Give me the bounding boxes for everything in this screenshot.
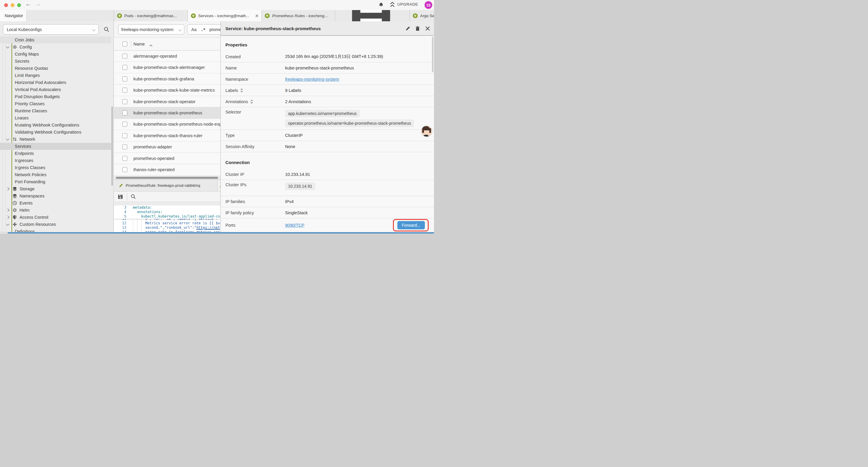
sidebar-item-helm[interactable]: Helm [0, 207, 111, 214]
upgrade-button[interactable]: UPGRADE [390, 2, 418, 7]
sort-icon[interactable] [250, 99, 253, 104]
delete-trash-icon[interactable] [415, 26, 420, 31]
sidebar-scrollbar[interactable] [112, 107, 113, 185]
row-checkbox[interactable] [122, 122, 127, 127]
sidebar-item-mutating-webhook-configurations[interactable]: Mutating Webhook Configurations [0, 121, 111, 128]
editor-tab-prometheusrule[interactable]: PrometheusRule: freeleaps-prod-rabbitmq [114, 180, 217, 191]
chevron-down-icon[interactable] [6, 137, 9, 140]
chevron-right-icon[interactable] [6, 187, 9, 191]
row-checkbox[interactable] [122, 167, 127, 172]
scrollbar-thumb[interactable] [116, 177, 218, 179]
sidebar-item-events[interactable]: Events [0, 200, 111, 207]
table-row-prometheus-adapter[interactable]: prometheus-adapter [114, 142, 225, 153]
table-horizontal-scrollbar[interactable] [114, 176, 225, 179]
forward-icon[interactable]: → [35, 1, 41, 7]
user-avatar[interactable] [421, 125, 433, 137]
namespace-select[interactable]: freeleaps-monitoring-system [118, 24, 184, 35]
row-checkbox[interactable] [122, 145, 127, 150]
bell-icon[interactable] [378, 2, 384, 8]
tab-prometheus-rules-icecheng[interactable]: ☸Prometheus Rules - icecheng... [262, 10, 335, 21]
save-icon[interactable] [118, 194, 123, 200]
regex-toggle[interactable]: .* [200, 27, 205, 32]
search-icon[interactable] [104, 27, 109, 32]
sidebar-item-config[interactable]: Config [0, 43, 111, 51]
table-row-kube-prometheus-stack-alertmanager[interactable]: kube-prometheus-stack-alertmanager [114, 62, 225, 73]
row-checkbox[interactable] [122, 65, 127, 70]
sidebar-item-validating-webhook-configurations[interactable]: Validating Webhook Configurations [0, 128, 111, 136]
close-icon[interactable] [255, 14, 258, 18]
tab-navigator[interactable]: Navigator [0, 10, 27, 21]
row-checkbox[interactable] [122, 156, 127, 161]
row-checkbox[interactable] [122, 54, 127, 59]
sidebar-item-horizontal-pod-autoscalers[interactable]: Horizontal Pod Autoscalers [0, 79, 111, 86]
forward-button[interactable]: Forward... [397, 221, 425, 229]
close-icon[interactable] [425, 26, 430, 31]
row-checkbox[interactable] [122, 133, 127, 138]
back-icon[interactable]: ← [25, 1, 31, 7]
row-checkbox[interactable] [122, 99, 127, 104]
table-row-kube-prometheus-stack-kube-state-metrics[interactable]: kube-prometheus-stack-kube-state-metrics [114, 85, 225, 96]
sidebar-item-config-maps[interactable]: Config Maps [0, 51, 111, 58]
sort-ascending-icon[interactable] [149, 44, 153, 47]
sidebar-item-storage[interactable]: Storage [0, 185, 111, 193]
filter-input[interactable]: prome [210, 27, 222, 32]
save-icon[interactable] [118, 194, 123, 200]
sidebar-item-ingresses[interactable]: Ingresses [0, 157, 111, 164]
edit-pencil-icon[interactable] [405, 26, 410, 31]
table-row-kube-prometheus-stack-prometheus-node-expor[interactable]: kube-prometheus-stack-prometheus-node-ex… [114, 119, 225, 130]
sidebar-item-access-control[interactable]: Access Control [0, 214, 111, 221]
chevron-down-icon[interactable] [6, 45, 9, 48]
sidebar-item-endpoints[interactable]: Endpoints [0, 150, 111, 157]
sidebar-item-limit-ranges[interactable]: Limit Ranges [0, 72, 111, 79]
sidebar-item-port-forwarding[interactable]: Port Forwarding [0, 178, 111, 185]
sidebar-item-vertical-pod-autoscalers[interactable]: Vertical Pod Autoscalers [0, 86, 111, 93]
sidebar-item-services[interactable]: Services [0, 143, 111, 150]
sidebar-item-cron-jobs[interactable]: Cron Jobs [0, 36, 111, 43]
tab-argo-se[interactable]: ☸Argo Se [410, 10, 434, 21]
sidebar-item-ingress-classes[interactable]: Ingress Classes [0, 164, 111, 171]
tab-pods-icecheng-mathmas[interactable]: ☸Pods - icecheng@mathmas... [114, 10, 188, 21]
chevron-down-icon[interactable] [6, 222, 9, 226]
detail-link[interactable]: freeleaps-monitoring-system [285, 77, 339, 82]
sidebar-item-network[interactable]: Network [0, 136, 111, 143]
sidebar-item-runtime-classes[interactable]: Runtime Classes [0, 107, 111, 114]
detail-scrollbar[interactable] [432, 37, 433, 72]
sidebar-item-custom-resources[interactable]: Custom Resources [0, 221, 111, 228]
filter-box[interactable]: Aa .* prome [187, 24, 225, 35]
chevron-right-icon[interactable] [6, 215, 9, 219]
sidebar-item-network-policies[interactable]: Network Policies [0, 171, 111, 178]
window-minimize-button[interactable] [11, 3, 14, 7]
table-row-alertmanager-operated[interactable]: alertmanager-operated [114, 51, 225, 62]
sidebar-item-pod-disruption-budgets[interactable]: Pod Disruption Budgets [0, 93, 111, 100]
sidebar-item-secrets[interactable]: Secrets [0, 58, 111, 65]
table-row-kube-prometheus-stack-operator[interactable]: kube-prometheus-stack-operator [114, 96, 225, 107]
delete-trash-icon[interactable] [415, 26, 420, 31]
tab-services-icecheng-math[interactable]: ☸Services - icecheng@math... [188, 10, 262, 21]
kubeconfig-select[interactable]: Local Kubeconfigs [3, 24, 99, 35]
runbook-link[interactable]: https://net [196, 226, 220, 230]
chevron-right-icon[interactable] [6, 208, 9, 212]
port-link[interactable]: 9090/TCP [285, 223, 304, 228]
table-row-thanos-ruler-operated[interactable]: thanos-ruler-operated [114, 164, 225, 176]
sort-icon[interactable] [240, 88, 243, 93]
row-checkbox[interactable] [122, 88, 127, 93]
close-icon[interactable] [425, 26, 430, 31]
row-checkbox[interactable] [122, 76, 127, 81]
sort-ascending-icon[interactable] [149, 42, 153, 45]
row-checkbox[interactable] [122, 110, 127, 115]
select-all-checkbox[interactable] [122, 41, 127, 47]
name-column-header[interactable]: Name [133, 42, 145, 47]
window-zoom-button[interactable] [17, 3, 21, 7]
tab-release-notes[interactable]: Release Notes [335, 10, 410, 21]
table-row-prometheus-operated[interactable]: prometheus-operated [114, 153, 225, 164]
sidebar-item-namespaces[interactable]: Namespaces [0, 193, 111, 200]
search-icon[interactable] [131, 194, 136, 199]
search-icon[interactable] [104, 27, 109, 32]
edit-pencil-icon[interactable] [405, 26, 410, 31]
table-row-kube-prometheus-stack-grafana[interactable]: kube-prometheus-stack-grafana [114, 73, 225, 85]
sidebar-item-priority-classes[interactable]: Priority Classes [0, 100, 111, 107]
window-close-button[interactable] [4, 3, 8, 7]
notifications-bell-icon[interactable] [378, 2, 384, 8]
sidebar-item-resource-quotas[interactable]: Resource Quotas [0, 65, 111, 72]
notification-count-badge[interactable]: 15 [425, 1, 432, 9]
